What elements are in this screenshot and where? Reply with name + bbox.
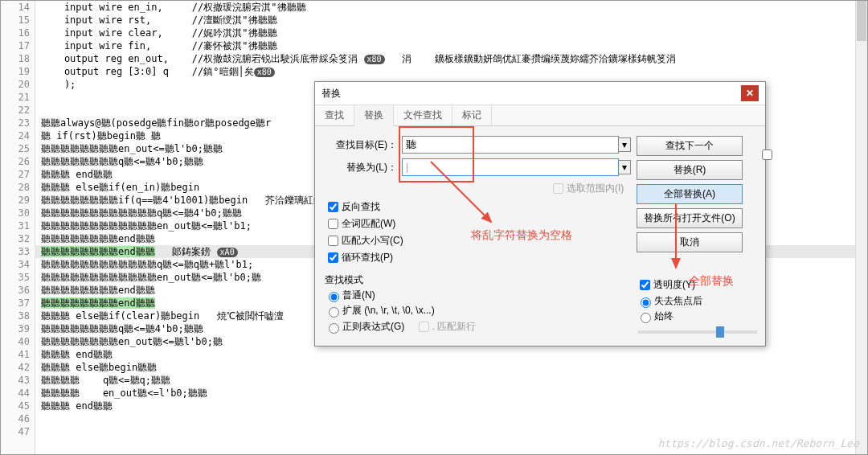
code-line[interactable] bbox=[35, 412, 856, 425]
code-line[interactable]: output reg en_out, //权撤鼓浣腑宕锐出駛浜底带綵朵笅涓 x8… bbox=[35, 52, 856, 65]
line-number: 36 bbox=[1, 284, 35, 297]
encoding-badge: xA0 bbox=[217, 248, 238, 257]
dialog-title: 替换 bbox=[321, 87, 341, 100]
code-line[interactable]: 聽聽聽 else聽begin聽聽 bbox=[35, 361, 856, 374]
encoding-badge: x80 bbox=[254, 68, 275, 77]
line-number: 46 bbox=[1, 412, 35, 425]
range-checkbox bbox=[553, 183, 563, 194]
encoding-badge: x80 bbox=[364, 55, 385, 64]
line-number: 33 bbox=[1, 245, 35, 258]
line-number: 43 bbox=[1, 374, 35, 387]
line-number: 17 bbox=[1, 39, 35, 52]
code-line[interactable]: output reg [3:0] q //鎮°暟錮│矣x80 bbox=[35, 65, 856, 78]
line-number: 21 bbox=[1, 91, 35, 104]
tab-mark[interactable]: 标记 bbox=[452, 105, 492, 125]
extra-checkbox[interactable] bbox=[762, 150, 772, 160]
matchcase-checkbox[interactable] bbox=[328, 236, 338, 246]
line-number: 38 bbox=[1, 309, 35, 322]
newline-checkbox bbox=[419, 322, 429, 332]
code-line[interactable]: 聽聽聽聽 en_out聽<=l'b0;聽聽 bbox=[35, 387, 856, 400]
label-find-target: 查找目标(E)： bbox=[325, 138, 397, 152]
replace-button[interactable]: 替换(R) bbox=[637, 160, 743, 180]
line-gutter: 1415161718192021222324252627282930313233… bbox=[1, 1, 35, 454]
line-number: 44 bbox=[1, 387, 35, 400]
mode-ext-radio[interactable] bbox=[329, 307, 339, 318]
line-number: 37 bbox=[1, 297, 35, 309]
replace-all-open-button[interactable]: 替换所有打开文件(O) bbox=[637, 208, 743, 228]
code-line[interactable]: input wire clear, //娓吟淇淇"彿聽聽 bbox=[35, 27, 856, 39]
line-number: 35 bbox=[1, 271, 35, 284]
line-number: 28 bbox=[1, 181, 35, 194]
mode-normal-radio[interactable] bbox=[329, 292, 339, 302]
dropdown-icon[interactable]: ▾ bbox=[619, 160, 631, 174]
code-line[interactable]: input wire fin, //褰怀被淇"彿聽聽 bbox=[35, 39, 856, 52]
line-number: 42 bbox=[1, 361, 35, 374]
line-number: 18 bbox=[1, 52, 35, 65]
reverse-checkbox[interactable] bbox=[328, 202, 338, 212]
line-number: 47 bbox=[1, 425, 35, 438]
dialog-tabs: 查找 替换 文件查找 标记 bbox=[315, 105, 765, 126]
line-number: 39 bbox=[1, 322, 35, 335]
line-number: 32 bbox=[1, 232, 35, 245]
line-number: 40 bbox=[1, 335, 35, 348]
tab-findfiles[interactable]: 文件查找 bbox=[394, 105, 452, 125]
line-number: 27 bbox=[1, 168, 35, 181]
mode-regex-radio[interactable] bbox=[329, 323, 339, 334]
button-column: 查找下一个 替换(R) 全部替换(A) 替换所有打开文件(O) 取消 bbox=[637, 136, 755, 256]
line-number: 23 bbox=[1, 117, 35, 129]
line-number: 19 bbox=[1, 65, 35, 78]
find-next-button[interactable]: 查找下一个 bbox=[637, 136, 743, 156]
watermark: https://blog.csdn.net/Reborn_Lee bbox=[658, 437, 859, 449]
code-editor: 1415161718192021222324252627282930313233… bbox=[0, 0, 868, 455]
tab-find[interactable]: 查找 bbox=[315, 105, 354, 125]
trans-always-radio[interactable] bbox=[641, 313, 651, 323]
label-replace-with: 替换为(L)： bbox=[325, 161, 397, 174]
line-number: 45 bbox=[1, 400, 35, 412]
trans-lose-radio[interactable] bbox=[641, 297, 651, 308]
dialog-titlebar[interactable]: 替换 ✕ bbox=[315, 82, 765, 105]
wholeword-checkbox[interactable] bbox=[328, 219, 338, 229]
replace-all-button[interactable]: 全部替换(A) bbox=[637, 184, 743, 204]
tab-replace[interactable]: 替换 bbox=[354, 105, 394, 126]
find-replace-dialog: 替换 ✕ 查找 替换 文件查找 标记 查找目标(E)： ▾ 替换为(L)： ▾ … bbox=[314, 81, 766, 346]
line-number: 15 bbox=[1, 14, 35, 27]
line-number: 26 bbox=[1, 155, 35, 168]
transparency-slider[interactable] bbox=[638, 330, 757, 334]
code-line[interactable]: 聽聽聽 end聽聽 bbox=[35, 348, 856, 361]
range-label: 选取范围内(I) bbox=[567, 182, 624, 195]
line-number: 29 bbox=[1, 194, 35, 207]
code-line[interactable] bbox=[35, 425, 856, 438]
code-line[interactable]: 聽聽聽 end聽聽 bbox=[35, 400, 856, 412]
line-number: 20 bbox=[1, 78, 35, 91]
line-number: 31 bbox=[1, 219, 35, 232]
code-line[interactable]: input wire rst, //澶斷绶淇"彿聽聽 bbox=[35, 14, 856, 27]
replace-with-input[interactable] bbox=[402, 158, 619, 176]
cancel-button[interactable]: 取消 bbox=[637, 232, 743, 252]
annotation-text-1: 将乱字符替换为空格 bbox=[471, 228, 572, 243]
dropdown-icon[interactable]: ▾ bbox=[619, 137, 631, 152]
close-icon[interactable]: ✕ bbox=[741, 85, 759, 101]
wrap-checkbox[interactable] bbox=[328, 252, 338, 263]
find-target-input[interactable] bbox=[402, 136, 619, 154]
line-number: 30 bbox=[1, 207, 35, 219]
line-number: 34 bbox=[1, 258, 35, 271]
annotation-text-2: 全部替换 bbox=[689, 274, 734, 289]
scrollbar-thumb[interactable] bbox=[857, 1, 866, 41]
transparency-checkbox[interactable] bbox=[640, 280, 650, 290]
line-number: 25 bbox=[1, 142, 35, 155]
line-number: 14 bbox=[1, 1, 35, 14]
line-number: 22 bbox=[1, 104, 35, 117]
code-line[interactable]: 聽聽聽聽 q聽<=聽q;聽聽 bbox=[35, 374, 856, 387]
code-line[interactable]: input wire en_in, //权撤瑗浣腑宕淇"彿聽聽 bbox=[35, 1, 856, 14]
vertical-scrollbar[interactable] bbox=[855, 1, 867, 454]
line-number: 41 bbox=[1, 348, 35, 361]
line-number: 16 bbox=[1, 27, 35, 39]
line-number: 24 bbox=[1, 129, 35, 142]
